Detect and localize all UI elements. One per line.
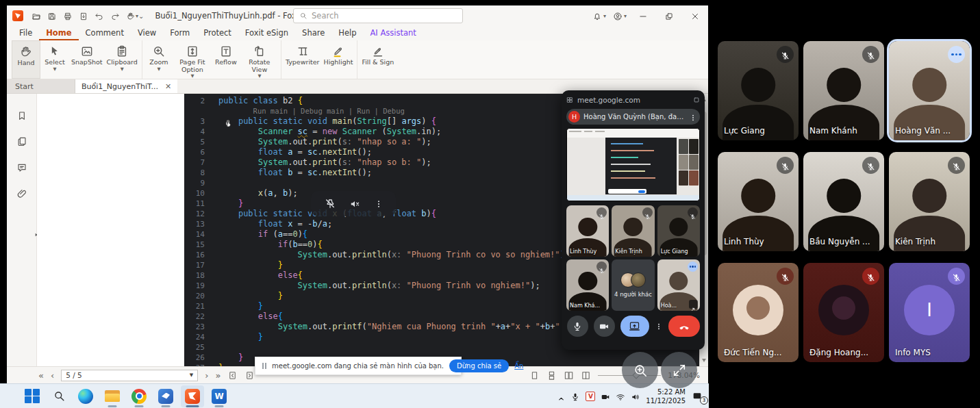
book-view-icon[interactable] — [581, 370, 591, 381]
export-icon[interactable] — [79, 11, 88, 21]
menu-home[interactable]: Home — [39, 27, 78, 40]
taskbar-button-blue-app[interactable] — [154, 385, 177, 407]
continuous-view-icon[interactable] — [546, 370, 557, 381]
menu-share[interactable]: Share — [295, 27, 331, 40]
single-page-view-icon[interactable] — [529, 370, 540, 381]
scroll-down-icon[interactable] — [702, 359, 706, 362]
camera-button[interactable] — [594, 316, 615, 337]
ribbon-clipboard-button[interactable]: Clipboard ▼ — [105, 40, 140, 79]
pip-thumbnail-Lực Giang[interactable]: Lực Giang — [657, 205, 700, 257]
taskbar-button-foxit-reader[interactable] — [181, 385, 204, 407]
more-options-badge[interactable] — [948, 46, 965, 63]
ribbon-rotate-view-button[interactable]: Rotate View ▼ — [240, 40, 279, 79]
ribbon-select-button[interactable]: Select ▼ — [40, 40, 69, 79]
previous-view-icon[interactable] — [227, 370, 238, 381]
facing-view-icon[interactable] — [564, 370, 574, 381]
minimize-button[interactable] — [630, 5, 656, 26]
taskbar-button-word[interactable]: W — [208, 385, 231, 407]
notification-center-button[interactable]: 3 — [691, 391, 703, 402]
ribbon-typewriter-button[interactable]: Typewriter — [284, 40, 322, 79]
notifications-bell-button[interactable]: ▾ — [589, 5, 610, 26]
pip-thumbnail-Linh Thùy[interactable]: Linh Thùy — [566, 205, 609, 257]
menu-view[interactable]: View — [131, 27, 163, 40]
ribbon-snapshot-button[interactable]: SnapShot — [69, 40, 105, 79]
open-folder-icon[interactable] — [32, 11, 41, 21]
unikey-icon[interactable]: V — [586, 392, 595, 401]
presenter-pill[interactable]: H Hoàng Văn Quỳnh (Bạn, đang trình b... — [566, 109, 700, 125]
presenter-options-icon[interactable] — [689, 112, 697, 122]
pages-icon[interactable] — [16, 136, 27, 147]
participant-tile-Lực Giang[interactable]: Lực Giang — [718, 41, 799, 140]
zoom-in-button[interactable] — [622, 352, 658, 388]
present-button[interactable] — [620, 316, 649, 337]
menu-foxit-esign[interactable]: Foxit eSign — [238, 27, 295, 40]
volume-icon[interactable] — [631, 392, 640, 401]
tab-active-document[interactable]: Buổi1_NguyenThiT... ✕ — [75, 79, 177, 93]
expand-button[interactable] — [661, 352, 697, 388]
account-button[interactable]: ▾ — [610, 5, 630, 26]
participant-tile-Đặng Hoang...[interactable]: Đặng Hoang... — [803, 263, 884, 362]
tab-close-icon[interactable]: ✕ — [165, 82, 171, 91]
pip-thumbnail-Hoà...[interactable]: Hoà... — [657, 259, 700, 311]
tray-mic-icon[interactable] — [570, 392, 580, 401]
pip-thumbnail-Kiên Trịnh[interactable]: Kiên Trịnh — [612, 205, 654, 257]
more-options-icon[interactable] — [374, 199, 384, 209]
tray-camera-icon[interactable] — [601, 392, 610, 401]
participant-tile-Kiên Trịnh[interactable]: Kiên Trịnh — [889, 152, 970, 251]
print-icon[interactable] — [63, 11, 73, 21]
pip-thumbnail-Nam Khá...[interactable]: Nam Khá... — [566, 259, 609, 311]
comments-icon[interactable] — [16, 162, 27, 173]
search-input[interactable]: Search — [293, 8, 463, 23]
participant-tile-Hoàng Văn ...[interactable]: Hoàng Văn ... — [889, 41, 970, 140]
pip-thumbnail-4 người khác[interactable]: 4 người khác — [612, 259, 654, 311]
bookmark-icon[interactable] — [16, 110, 27, 121]
participant-tile-Info MYS[interactable]: I Info MYS — [889, 263, 970, 362]
taskbar-button-file-explorer[interactable] — [101, 385, 124, 407]
taskbar-button-chrome[interactable] — [127, 385, 151, 407]
taskbar-button-start[interactable] — [21, 385, 44, 407]
page-number-dropdown[interactable]: 5 / 5 ▼ — [61, 370, 198, 381]
restore-window-icon[interactable] — [693, 97, 700, 103]
undo-icon[interactable] — [95, 11, 104, 21]
ribbon-highlight-button[interactable]: Highlight — [322, 40, 355, 79]
taskbar-button-search[interactable] — [47, 385, 71, 407]
close-button[interactable] — [682, 5, 708, 26]
hide-toast-link[interactable]: Ẩn — [514, 362, 523, 370]
ribbon-fill-sign-button[interactable]: Fill & Sign — [360, 40, 396, 79]
menu-form[interactable]: Form — [163, 27, 197, 40]
participant-tile-Bầu Nguyễn ...[interactable]: Bầu Nguyễn ... — [803, 152, 884, 251]
menu-help[interactable]: Help — [331, 27, 363, 40]
menu-ai-assistant[interactable]: AI Assistant — [363, 27, 423, 40]
menu-comment[interactable]: Comment — [79, 27, 131, 40]
wifi-icon[interactable] — [616, 392, 625, 401]
ribbon-zoom-button[interactable]: Zoom ▼ — [145, 40, 173, 79]
hidden-icons-chevron[interactable] — [557, 392, 565, 400]
stop-sharing-button[interactable]: Dừng chia sẻ — [449, 359, 509, 372]
hand-tool-icon[interactable] — [126, 11, 136, 21]
more-options-badge[interactable] — [688, 262, 698, 272]
save-icon[interactable] — [47, 11, 57, 21]
last-page-button[interactable]: » — [215, 370, 221, 381]
collapse-ribbon-icon[interactable]: ⌄ — [138, 12, 144, 20]
prev-page-button[interactable]: ‹ — [51, 370, 54, 381]
audio-off-icon[interactable] — [349, 198, 361, 210]
tab-start[interactable]: Start — [7, 79, 75, 93]
first-page-button[interactable]: « — [38, 370, 44, 381]
taskbar-clock[interactable]: 5:22 AM 11/12/2025 — [646, 387, 686, 405]
next-page-button[interactable]: › — [205, 370, 208, 381]
menu-protect[interactable]: Protect — [197, 27, 238, 40]
ribbon-hand-button[interactable]: Hand — [12, 40, 40, 79]
menu-file[interactable]: File — [12, 27, 39, 40]
attachment-icon[interactable] — [16, 188, 27, 199]
restore-button[interactable] — [656, 5, 682, 26]
redo-icon[interactable] — [110, 11, 120, 21]
taskbar-button-edge[interactable] — [74, 385, 97, 407]
unpin-icon[interactable] — [324, 198, 336, 210]
mic-button[interactable] — [567, 316, 588, 337]
more-options-button[interactable] — [655, 320, 663, 333]
next-view-icon[interactable] — [244, 370, 255, 381]
ribbon-page-fit-option-button[interactable]: Page Fit Option ▼ — [173, 40, 212, 79]
participant-tile-Đức Tiến Ng...[interactable]: Đức Tiến Ng... — [718, 263, 799, 362]
participant-tile-Linh Thùy[interactable]: Linh Thùy — [718, 152, 799, 251]
end-call-button[interactable] — [668, 316, 700, 337]
